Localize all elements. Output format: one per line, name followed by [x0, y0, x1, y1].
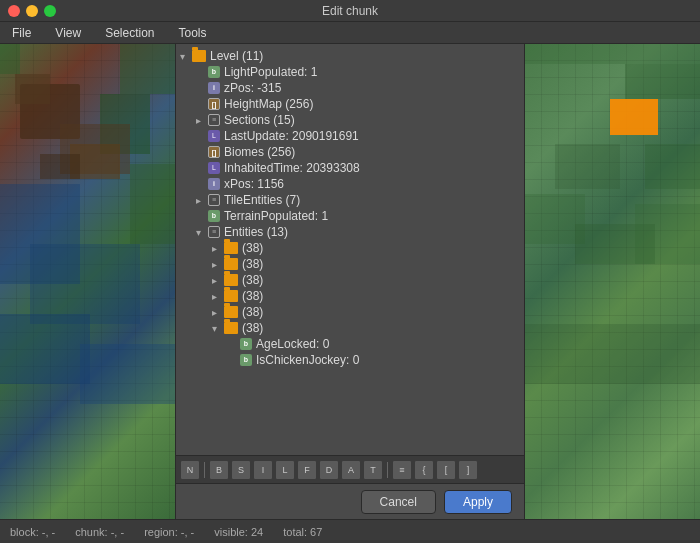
button-bar: Cancel Apply	[176, 483, 524, 519]
btn-float[interactable]: F	[297, 460, 317, 480]
btn-string[interactable]: T	[363, 460, 383, 480]
chunk-highlight	[610, 99, 658, 135]
tree-item-ent1[interactable]: (38)	[176, 240, 524, 256]
tree-item-agelocked[interactable]: bAgeLocked: 0	[176, 336, 524, 352]
status-chunk: chunk: -, -	[75, 526, 124, 538]
menu-bar: File View Selection Tools	[0, 22, 700, 44]
apply-button[interactable]: Apply	[444, 490, 512, 514]
separator-8	[387, 462, 388, 478]
status-region: region: -, -	[144, 526, 194, 538]
tree-item-sections[interactable]: ≡Sections (15)	[176, 112, 524, 128]
title-bar: Edit chunk	[0, 0, 700, 22]
tree-item-ischickenjockey[interactable]: bIsChickenJockey: 0	[176, 352, 524, 368]
map-canvas-left	[0, 44, 175, 519]
tree-view[interactable]: Level (11)bLightPopulated: 1izPos: -315[…	[176, 44, 524, 455]
maximize-button[interactable]	[44, 5, 56, 17]
status-block: block: -, -	[10, 526, 55, 538]
minimize-button[interactable]	[26, 5, 38, 17]
window-title: Edit chunk	[322, 4, 378, 18]
tree-item-heightmap[interactable]: []HeightMap (256)	[176, 96, 524, 112]
tree-item-inhabitedtime[interactable]: LInhabitedTime: 20393308	[176, 160, 524, 176]
tree-item-zpos[interactable]: izPos: -315	[176, 80, 524, 96]
menu-tools[interactable]: Tools	[175, 24, 211, 42]
menu-file[interactable]: File	[8, 24, 35, 42]
tree-item-ent6[interactable]: (38)	[176, 320, 524, 336]
map-left	[0, 44, 175, 519]
tree-item-tileentities[interactable]: ≡TileEntities (7)	[176, 192, 524, 208]
main-layout: Level (11)bLightPopulated: 1izPos: -315[…	[0, 44, 700, 519]
status-visible: visible: 24	[214, 526, 263, 538]
menu-selection[interactable]: Selection	[101, 24, 158, 42]
map-right	[525, 44, 700, 519]
tree-item-lastupdate[interactable]: LLastUpdate: 2090191691	[176, 128, 524, 144]
tree-item-entities[interactable]: ≡Entities (13)	[176, 224, 524, 240]
tree-item-ent5[interactable]: (38)	[176, 304, 524, 320]
tree-item-biomes[interactable]: []Biomes (256)	[176, 144, 524, 160]
tree-item-xpos[interactable]: ixPos: 1156	[176, 176, 524, 192]
btn-long[interactable]: L	[275, 460, 295, 480]
tree-item-ent2[interactable]: (38)	[176, 256, 524, 272]
separator-0	[204, 462, 205, 478]
edit-panel: Level (11)bLightPopulated: 1izPos: -315[…	[175, 44, 525, 519]
status-total: total: 67	[283, 526, 322, 538]
btn-double[interactable]: D	[319, 460, 339, 480]
btn-nbt[interactable]: N	[180, 460, 200, 480]
window-controls	[8, 5, 56, 17]
btn-int[interactable]: I	[253, 460, 273, 480]
cancel-button[interactable]: Cancel	[361, 490, 436, 514]
tree-item-lightpop[interactable]: bLightPopulated: 1	[176, 64, 524, 80]
tree-item-ent3[interactable]: (38)	[176, 272, 524, 288]
btn-iarr[interactable]: [	[436, 460, 456, 480]
map-canvas-right	[525, 44, 700, 519]
close-button[interactable]	[8, 5, 20, 17]
btn-list[interactable]: ≡	[392, 460, 412, 480]
btn-array[interactable]: A	[341, 460, 361, 480]
tree-item-level[interactable]: Level (11)	[176, 48, 524, 64]
btn-byte[interactable]: B	[209, 460, 229, 480]
btn-compound[interactable]: {	[414, 460, 434, 480]
tree-item-ent4[interactable]: (38)	[176, 288, 524, 304]
nbt-toolbar: NBSILFDAT≡{[]	[176, 455, 524, 483]
btn-short[interactable]: S	[231, 460, 251, 480]
status-bar: block: -, - chunk: -, - region: -, - vis…	[0, 519, 700, 543]
tree-item-terrainpop[interactable]: bTerrainPopulated: 1	[176, 208, 524, 224]
menu-view[interactable]: View	[51, 24, 85, 42]
btn-larr[interactable]: ]	[458, 460, 478, 480]
